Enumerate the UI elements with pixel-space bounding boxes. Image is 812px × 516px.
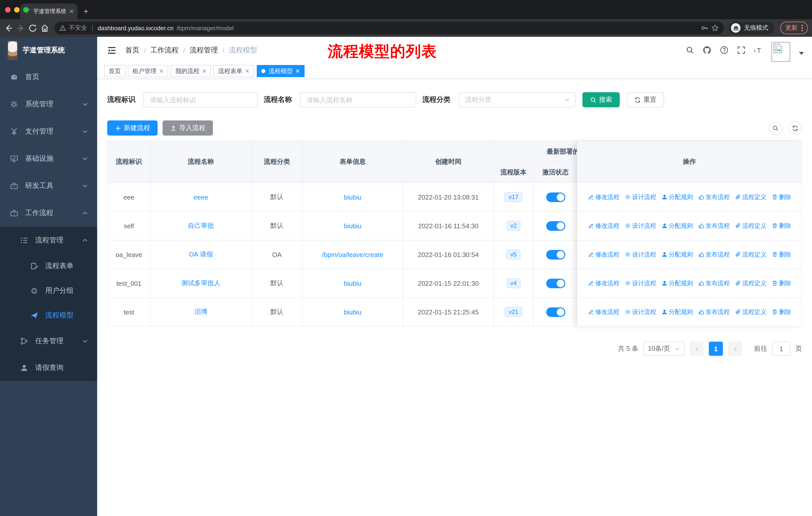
tab-close-icon[interactable]: ✕	[69, 8, 74, 15]
assign-rule-link[interactable]: 分配规则	[661, 193, 693, 201]
process-definition-link[interactable]: 流程定义	[735, 308, 766, 316]
edit-process-link[interactable]: 修改流程	[588, 193, 619, 201]
refresh-table-button[interactable]	[788, 121, 802, 135]
next-page-button[interactable]	[728, 342, 742, 356]
address-bar[interactable]: 不安全 dashboard.yudao.iocoder.cn/bpm/manag…	[54, 22, 724, 34]
breadcrumb-home[interactable]: 首页	[125, 46, 140, 55]
publish-process-link[interactable]: 发布流程	[698, 250, 730, 259]
github-icon[interactable]	[703, 46, 711, 54]
sidebar-item-home[interactable]: 首页	[0, 63, 97, 91]
close-icon[interactable]: ✕	[159, 68, 164, 74]
avatar-caret-down-icon[interactable]	[799, 52, 804, 55]
new-tab-button[interactable]: +	[84, 7, 88, 16]
prev-page-button[interactable]	[690, 342, 704, 356]
help-icon[interactable]	[720, 46, 728, 54]
edit-process-link[interactable]: 修改流程	[588, 279, 619, 288]
close-icon[interactable]: ✕	[202, 68, 206, 74]
active-toggle[interactable]	[546, 278, 565, 288]
maximize-window-button[interactable]	[23, 7, 29, 12]
sidebar-item-process-management[interactable]: 流程管理	[0, 227, 97, 253]
close-icon[interactable]: ✕	[295, 68, 300, 74]
password-key-icon[interactable]	[701, 24, 708, 32]
breadcrumb-process-management[interactable]: 流程管理	[190, 46, 218, 55]
import-process-button[interactable]: 导入流程	[163, 120, 213, 136]
reload-icon[interactable]	[28, 23, 37, 32]
publish-process-link[interactable]: 发布流程	[698, 193, 730, 201]
process-definition-link[interactable]: 流程定义	[735, 221, 766, 230]
sidebar-collapse-icon[interactable]	[107, 46, 116, 55]
forward-icon[interactable]	[16, 23, 25, 32]
active-toggle[interactable]	[546, 307, 565, 317]
current-page-button[interactable]: 1	[709, 342, 723, 356]
process-name-link[interactable]: eeee	[194, 193, 208, 201]
search-icon[interactable]	[686, 46, 694, 54]
sidebar-item-task-management[interactable]: 任务管理	[0, 328, 97, 354]
form-info-link[interactable]: biubiu	[344, 279, 361, 287]
home-icon[interactable]	[40, 23, 49, 32]
process-name-link[interactable]: 滔博	[194, 307, 207, 317]
form-info-link[interactable]: biubiu	[344, 193, 361, 201]
design-process-link[interactable]: 设计流程	[625, 250, 656, 259]
tag-tenant-management[interactable]: 租户管理✕	[128, 65, 168, 77]
active-toggle[interactable]	[546, 192, 565, 202]
browser-tab[interactable]: 芋道管理系统 ✕	[20, 3, 78, 19]
sidebar-item-workflow[interactable]: 工作流程	[0, 199, 97, 227]
breadcrumb-workflow[interactable]: 工作流程	[150, 46, 179, 55]
process-key-input[interactable]	[143, 92, 258, 107]
edit-process-link[interactable]: 修改流程	[588, 221, 619, 230]
assign-rule-link[interactable]: 分配规则	[661, 279, 693, 288]
delete-link[interactable]: 删除	[772, 250, 791, 259]
edit-process-link[interactable]: 修改流程	[588, 308, 619, 316]
design-process-link[interactable]: 设计流程	[625, 221, 656, 230]
process-name-link[interactable]: 自己审批	[188, 221, 214, 230]
search-button[interactable]: 搜索	[582, 92, 620, 107]
process-name-link[interactable]: 测试多审批人	[181, 279, 221, 288]
design-process-link[interactable]: 设计流程	[625, 308, 656, 316]
sidebar-item-infrastructure[interactable]: 基础设施	[0, 145, 97, 172]
sidebar-item-leave-query[interactable]: 请假查询	[0, 354, 97, 381]
design-process-link[interactable]: 设计流程	[625, 193, 656, 201]
show-search-button[interactable]	[769, 121, 782, 135]
sidebar-item-system[interactable]: 系统管理	[0, 91, 97, 118]
font-size-icon[interactable]	[754, 46, 763, 54]
form-info-link[interactable]: /bpm/oa/leave/create	[322, 251, 383, 258]
assign-rule-link[interactable]: 分配规则	[661, 221, 693, 230]
reset-button[interactable]: 重置	[627, 92, 664, 107]
user-avatar[interactable]	[771, 42, 790, 62]
sidebar-item-process-model[interactable]: 流程模型	[0, 303, 97, 328]
browser-menu-icon[interactable]	[802, 25, 803, 31]
browser-update-button[interactable]: 更新	[780, 22, 808, 34]
assign-rule-link[interactable]: 分配规则	[661, 308, 693, 316]
tag-process-form[interactable]: 流程表单✕	[214, 65, 254, 77]
tag-home[interactable]: 首页	[104, 65, 125, 77]
create-process-button[interactable]: 新建流程	[107, 120, 157, 136]
minimize-window-button[interactable]	[14, 7, 20, 12]
active-toggle[interactable]	[546, 250, 565, 259]
form-info-link[interactable]: biubiu	[344, 222, 361, 229]
sidebar-item-devtools[interactable]: 研发工具	[0, 172, 97, 199]
process-category-select[interactable]: 流程分类	[459, 92, 575, 107]
edit-process-link[interactable]: 修改流程	[588, 250, 619, 259]
publish-process-link[interactable]: 发布流程	[698, 279, 730, 288]
delete-link[interactable]: 删除	[772, 279, 791, 288]
tag-process-model[interactable]: 流程模型✕	[257, 65, 304, 77]
process-definition-link[interactable]: 流程定义	[735, 250, 766, 259]
design-process-link[interactable]: 设计流程	[625, 279, 656, 288]
active-toggle[interactable]	[546, 221, 565, 230]
sidebar-item-user-group[interactable]: 用户分组	[0, 278, 97, 303]
process-definition-link[interactable]: 流程定义	[735, 279, 766, 288]
fullscreen-icon[interactable]	[737, 46, 746, 54]
delete-link[interactable]: 删除	[772, 193, 791, 201]
sidebar-item-payment[interactable]: 支付管理	[0, 118, 97, 145]
delete-link[interactable]: 删除	[772, 308, 791, 316]
sidebar-item-process-form[interactable]: 流程表单	[0, 253, 97, 278]
process-name-link[interactable]: OA 请假	[189, 250, 213, 259]
page-size-select[interactable]: 10条/页	[643, 342, 685, 356]
publish-process-link[interactable]: 发布流程	[698, 221, 730, 230]
assign-rule-link[interactable]: 分配规则	[661, 250, 693, 259]
goto-page-input[interactable]	[772, 342, 790, 356]
close-icon[interactable]: ✕	[245, 68, 250, 74]
process-definition-link[interactable]: 流程定义	[735, 193, 766, 201]
back-icon[interactable]	[4, 23, 13, 32]
close-window-button[interactable]	[5, 7, 10, 12]
